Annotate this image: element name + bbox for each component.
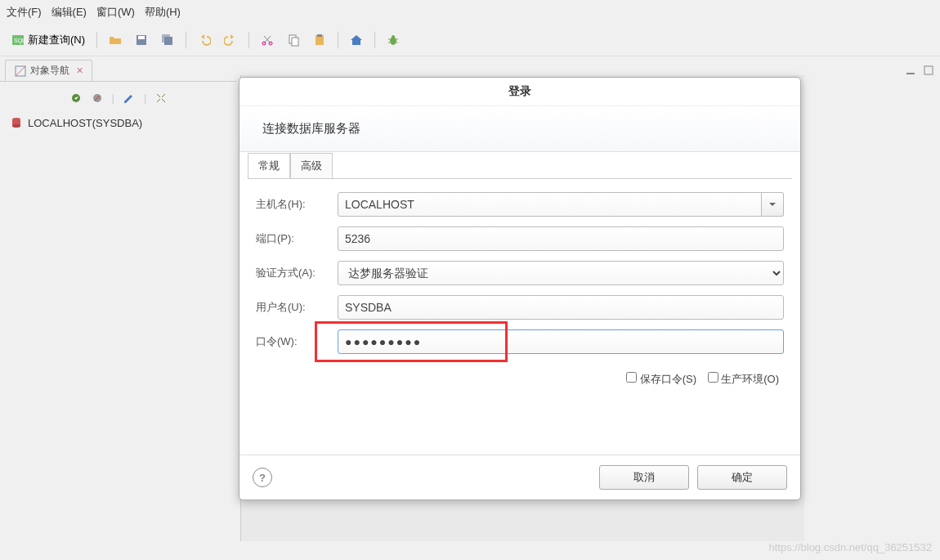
redo-button[interactable] bbox=[219, 30, 242, 50]
paste-icon bbox=[313, 34, 326, 47]
object-nav-tab[interactable]: 对象导航 ✕ bbox=[5, 60, 92, 81]
save-icon bbox=[135, 34, 148, 47]
toolbar-separator bbox=[96, 32, 97, 48]
scissors-icon bbox=[261, 34, 274, 47]
open-button[interactable] bbox=[104, 30, 127, 50]
maximize-icon[interactable] bbox=[922, 64, 935, 77]
edit-icon[interactable] bbox=[123, 92, 136, 105]
tree-item-label: LOCALHOST(SYSDBA) bbox=[28, 117, 142, 129]
save-all-button[interactable] bbox=[156, 30, 179, 50]
undo-icon bbox=[198, 34, 211, 47]
dialog-tabs: 常规 高级 bbox=[248, 152, 792, 178]
sidebar: | | LOCALHOST(SYSDBA) bbox=[0, 81, 237, 539]
hostname-input[interactable] bbox=[338, 192, 762, 217]
svg-rect-3 bbox=[138, 36, 145, 39]
dialog-subtitle: 连接数据库服务器 bbox=[239, 106, 800, 151]
menu-help[interactable]: 帮助(H) bbox=[145, 5, 181, 20]
tree-item-localhost[interactable]: LOCALHOST(SYSDBA) bbox=[7, 113, 231, 132]
save-password-checkbox[interactable]: 保存口令(S) bbox=[626, 373, 696, 385]
bug-icon bbox=[387, 34, 400, 47]
save-password-input[interactable] bbox=[626, 372, 637, 383]
tab-advanced[interactable]: 高级 bbox=[290, 153, 333, 179]
svg-rect-9 bbox=[292, 38, 298, 46]
svg-rect-11 bbox=[317, 34, 322, 37]
dialog-body: 常规 高级 主机名(H): 端口(P): 验证方式(A): 达梦服务器验证 用户… bbox=[239, 151, 800, 455]
debug-button[interactable] bbox=[382, 30, 405, 50]
toolbar-separator bbox=[248, 32, 249, 48]
svg-rect-5 bbox=[164, 37, 172, 45]
disconnect-icon[interactable] bbox=[91, 92, 104, 105]
user-label: 用户名(U): bbox=[256, 300, 329, 315]
menu-bar: 文件(F) 编辑(E) 窗口(W) 帮助(H) bbox=[0, 0, 940, 25]
dialog-footer: ? 取消 确定 bbox=[239, 455, 800, 500]
expand-icon[interactable] bbox=[154, 92, 168, 105]
menu-window[interactable]: 窗口(W) bbox=[96, 5, 135, 20]
ok-button[interactable]: 确定 bbox=[697, 465, 787, 490]
new-query-label: 新建查询(N) bbox=[28, 33, 85, 47]
menu-file[interactable]: 文件(F) bbox=[7, 5, 42, 20]
watermark: https://blog.csdn.net/qq_36251532 bbox=[769, 541, 933, 553]
database-icon bbox=[10, 116, 23, 129]
auth-select[interactable]: 达梦服务器验证 bbox=[338, 261, 784, 285]
svg-point-13 bbox=[392, 35, 395, 38]
undo-button[interactable] bbox=[193, 30, 216, 50]
username-input[interactable] bbox=[338, 295, 784, 320]
password-input[interactable] bbox=[338, 329, 784, 354]
minimize-icon[interactable] bbox=[904, 64, 917, 77]
close-tab-icon[interactable]: ✕ bbox=[76, 65, 83, 76]
nav-icon bbox=[14, 65, 27, 78]
password-label: 口令(W): bbox=[256, 334, 329, 349]
copy-icon bbox=[287, 34, 300, 47]
sidebar-separator: | bbox=[112, 92, 114, 105]
new-query-button[interactable]: SQL 新建查询(N) bbox=[7, 29, 90, 51]
svg-rect-16 bbox=[924, 66, 933, 74]
hostname-dropdown-button[interactable] bbox=[762, 192, 784, 217]
menu-edit[interactable]: 编辑(E) bbox=[51, 5, 87, 20]
production-input[interactable] bbox=[708, 372, 718, 383]
dialog-title: 登录 bbox=[239, 78, 800, 106]
cut-button[interactable] bbox=[256, 30, 279, 50]
svg-rect-15 bbox=[906, 73, 915, 74]
port-input[interactable] bbox=[338, 226, 784, 251]
dialog-checkboxes: 保存口令(S) 生产环境(O) bbox=[248, 367, 792, 395]
redo-icon bbox=[224, 34, 237, 47]
home-button[interactable] bbox=[345, 30, 368, 50]
paste-button[interactable] bbox=[308, 30, 331, 50]
login-form: 主机名(H): 端口(P): 验证方式(A): 达梦服务器验证 用户名(U): … bbox=[248, 178, 792, 367]
folder-open-icon bbox=[109, 34, 122, 47]
auth-label: 验证方式(A): bbox=[256, 266, 329, 280]
toolbar-separator bbox=[186, 32, 186, 48]
chevron-down-icon bbox=[768, 200, 777, 208]
main-toolbar: SQL 新建查询(N) bbox=[0, 25, 940, 56]
tab-general[interactable]: 常规 bbox=[248, 153, 290, 179]
svg-text:SQL: SQL bbox=[14, 38, 25, 44]
object-nav-label: 对象导航 bbox=[30, 64, 69, 78]
login-dialog: 登录 连接数据库服务器 常规 高级 主机名(H): 端口(P): 验证方式(A)… bbox=[239, 77, 801, 500]
question-icon: ? bbox=[259, 472, 266, 484]
home-icon bbox=[350, 34, 363, 47]
sidebar-separator: | bbox=[144, 92, 146, 105]
toolbar-separator bbox=[374, 32, 375, 48]
copy-button[interactable] bbox=[282, 30, 305, 50]
hostname-label: 主机名(H): bbox=[256, 197, 329, 212]
production-checkbox[interactable]: 生产环境(O) bbox=[708, 373, 779, 385]
toolbar-separator bbox=[338, 32, 338, 48]
sql-icon: SQL bbox=[11, 34, 25, 47]
svg-point-21 bbox=[12, 124, 20, 128]
connect-icon[interactable] bbox=[69, 92, 83, 105]
port-label: 端口(P): bbox=[256, 231, 329, 246]
cancel-button[interactable]: 取消 bbox=[599, 465, 689, 490]
hostname-field-wrap bbox=[338, 192, 784, 217]
sidebar-toolbar: | | bbox=[7, 88, 231, 113]
save-button[interactable] bbox=[130, 30, 153, 50]
help-button[interactable]: ? bbox=[253, 468, 272, 487]
save-all-icon bbox=[161, 34, 174, 47]
